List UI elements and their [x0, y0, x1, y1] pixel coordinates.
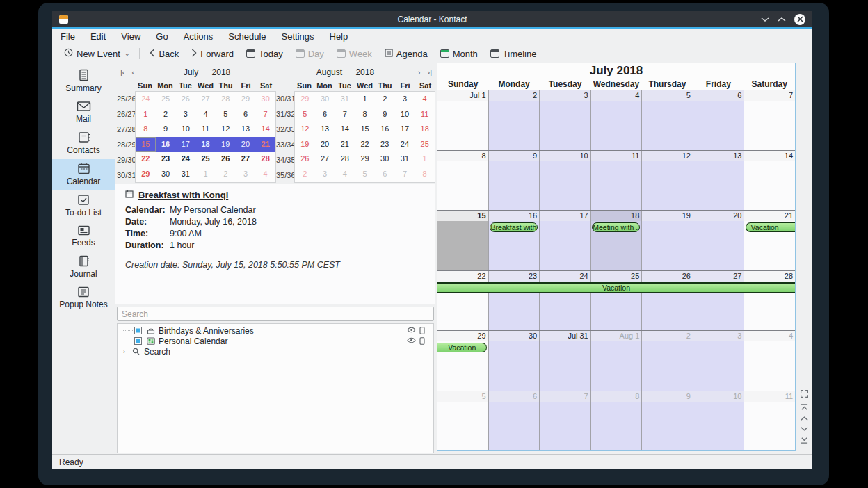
day-cell[interactable]: 4: [415, 92, 435, 107]
today-cell[interactable]: 15: [136, 137, 156, 152]
event-vacation[interactable]: Vacation: [437, 343, 487, 352]
sidebar-item-mail[interactable]: Mail: [52, 97, 115, 128]
day-cell[interactable]: 31: [175, 167, 195, 182]
back-button[interactable]: Back: [143, 45, 185, 62]
day-cell[interactable]: 19: [216, 137, 236, 152]
day-cell[interactable]: 25: [195, 152, 216, 167]
day-cell[interactable]: 5: [295, 107, 315, 122]
day-cell[interactable]: 4: [255, 167, 275, 182]
scroll-down-icon[interactable]: [800, 426, 809, 432]
day-cell[interactable]: 29: [355, 152, 375, 167]
day-cell[interactable]: 6: [375, 167, 395, 182]
day-cell[interactable]: 5: [355, 167, 375, 182]
month-cell[interactable]: 28: [744, 271, 795, 331]
month-cell[interactable]: 4: [744, 331, 795, 391]
day-cell[interactable]: 20: [236, 137, 256, 152]
calendar-list-item-birthdays-anniversaries[interactable]: Birthdays & Anniversaries: [118, 325, 433, 336]
month-cell[interactable]: 3: [539, 90, 590, 150]
day-cell[interactable]: 8: [415, 167, 435, 182]
menu-item-go[interactable]: Go: [156, 31, 168, 42]
calendar-checkbox[interactable]: [134, 327, 142, 334]
day-cell[interactable]: 24: [136, 92, 156, 107]
menu-item-view[interactable]: View: [121, 31, 140, 42]
month-cell[interactable]: 20: [693, 211, 744, 270]
month-cell[interactable]: 26: [641, 271, 693, 331]
day-cell[interactable]: 13: [236, 122, 256, 137]
day-cell[interactable]: 29: [236, 92, 256, 107]
day-cell[interactable]: 7: [255, 107, 275, 122]
day-cell[interactable]: 10: [175, 122, 195, 137]
event-breakfast-with[interactable]: Breakfast with...: [490, 222, 537, 232]
week-number[interactable]: 28/29: [117, 137, 135, 152]
day-cell[interactable]: 11: [415, 107, 435, 122]
scroll-up-icon[interactable]: [800, 416, 809, 421]
month-cell[interactable]: 8: [590, 391, 642, 451]
day-cell[interactable]: 1: [195, 167, 216, 182]
month-cell[interactable]: 13: [693, 151, 744, 211]
day-cell[interactable]: 23: [156, 152, 176, 167]
week-number[interactable]: 30/31: [117, 168, 135, 183]
sidebar-item-feeds[interactable]: Feeds: [52, 222, 115, 252]
day-cell[interactable]: 23: [375, 137, 395, 152]
expander-icon[interactable]: ›: [123, 348, 130, 355]
sidebar-item-summary[interactable]: Summary: [52, 65, 115, 97]
day-cell[interactable]: 14: [335, 122, 355, 137]
month-cell[interactable]: 2: [488, 90, 540, 150]
day-cell[interactable]: 20: [315, 137, 335, 152]
close-button[interactable]: [794, 14, 805, 25]
agenda-view-button[interactable]: Agenda: [378, 45, 434, 62]
week-number[interactable]: 33/34: [276, 137, 294, 152]
week-number[interactable]: 30/31: [276, 91, 294, 106]
month-cell[interactable]: 8: [437, 151, 488, 211]
next-month-button[interactable]: ›: [415, 68, 424, 76]
minimize-button[interactable]: [761, 17, 769, 22]
day-cell[interactable]: 2: [216, 167, 236, 182]
day-cell[interactable]: 27: [195, 92, 216, 107]
month-cell[interactable]: Jul 31: [539, 331, 590, 391]
day-cell[interactable]: 4: [195, 107, 216, 122]
menu-item-actions[interactable]: Actions: [184, 31, 214, 42]
week-view-button[interactable]: Week: [330, 45, 378, 62]
month-cell[interactable]: 24: [539, 271, 590, 331]
day-cell[interactable]: 6: [236, 107, 256, 122]
week-number[interactable]: 34/35: [276, 152, 294, 168]
maximize-button[interactable]: [778, 17, 786, 22]
month-cell[interactable]: 10: [539, 151, 590, 211]
day-cell[interactable]: 15: [355, 122, 375, 137]
scroll-bottom-icon[interactable]: [800, 437, 809, 444]
day-cell[interactable]: 30: [315, 92, 335, 107]
device-icon[interactable]: [419, 337, 425, 345]
calendar-checkbox[interactable]: [134, 337, 142, 345]
month-cell[interactable]: 25: [590, 271, 642, 331]
day-cell[interactable]: 2: [156, 107, 176, 122]
day-cell[interactable]: 17: [175, 137, 195, 152]
day-cell[interactable]: 3: [236, 167, 256, 182]
day-cell[interactable]: 27: [315, 152, 335, 167]
timeline-view-button[interactable]: Timeline: [484, 45, 543, 62]
eye-icon[interactable]: [407, 327, 416, 334]
menu-item-schedule[interactable]: Schedule: [228, 31, 266, 42]
day-cell[interactable]: 24: [395, 137, 415, 152]
day-view-button[interactable]: Day: [289, 45, 330, 62]
prev-year-button[interactable]: |‹: [117, 68, 129, 76]
menu-item-file[interactable]: File: [61, 31, 75, 42]
month-cell[interactable]: 11: [590, 151, 642, 211]
day-cell[interactable]: 21: [255, 137, 275, 152]
event-meeting-with[interactable]: Meeting with ....: [592, 222, 639, 232]
month-cell[interactable]: 4: [590, 90, 642, 150]
scroll-top-icon[interactable]: [800, 403, 809, 411]
sidebar-item-contacts[interactable]: Contacts: [52, 128, 115, 159]
day-cell[interactable]: 9: [375, 107, 395, 122]
day-cell[interactable]: 28: [216, 92, 236, 107]
month-cell[interactable]: Jul 1: [437, 90, 488, 150]
day-cell[interactable]: 22: [355, 137, 375, 152]
new-event-button[interactable]: New Event⌄: [58, 45, 136, 62]
day-cell[interactable]: 5: [216, 107, 236, 122]
eye-icon[interactable]: [407, 337, 416, 345]
month-cell[interactable]: Aug 1: [590, 331, 642, 391]
month-cell[interactable]: 18: [590, 211, 642, 270]
prev-month-button[interactable]: ‹: [129, 68, 138, 76]
day-cell[interactable]: 24: [175, 152, 195, 167]
month-cell[interactable]: 7: [539, 391, 590, 451]
week-number[interactable]: 35/36: [276, 168, 294, 183]
